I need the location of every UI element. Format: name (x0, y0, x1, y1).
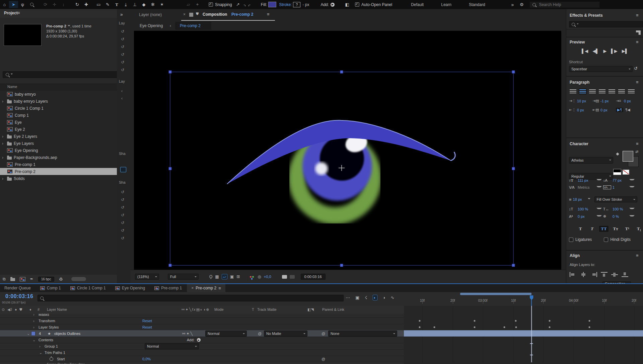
pan-behind-tool-icon[interactable]: ✚ (82, 1, 91, 8)
panel-icon[interactable]: ↺ (121, 213, 124, 217)
stroke-width-value[interactable]: - px (302, 2, 309, 7)
keyframe-dot[interactable] (474, 326, 476, 328)
panel-icon[interactable]: ↺ (121, 52, 124, 57)
no-color-swatch[interactable] (623, 170, 629, 175)
eraser-tool-icon[interactable]: ◆ (139, 1, 148, 8)
magnification-dropdown[interactable]: (118%) (135, 274, 159, 280)
scrollbar-thumb[interactable] (71, 277, 86, 281)
snap-bounds-icon[interactable]: ⌍⌌ (242, 1, 252, 8)
project-item[interactable]: › Eye (0, 119, 117, 126)
kerning-value[interactable]: Metrics (578, 185, 595, 189)
clone-stamp-tool-icon[interactable]: ⊥ (130, 1, 139, 8)
space-before-value[interactable]: -1 px (600, 99, 616, 103)
panel-icon[interactable]: ↺ (121, 197, 124, 202)
keyframe-dot[interactable] (474, 320, 476, 322)
expander-icon[interactable]: › (2, 141, 5, 146)
selection-tool-icon[interactable]: ➤ (9, 1, 18, 8)
name-column-header[interactable]: Name (7, 85, 17, 89)
panel-icon[interactable]: ↺ (121, 29, 124, 34)
project-item[interactable]: › Circle 1 Comp 1 (0, 105, 117, 112)
timeline-graph[interactable] (404, 306, 643, 362)
indent-right-value[interactable]: 0 px (577, 108, 592, 112)
timeline-search[interactable] (38, 295, 344, 301)
index-column-header[interactable]: # (38, 307, 40, 311)
font-family-dropdown[interactable]: Athelas (569, 157, 613, 164)
frame-blending-icon[interactable]: ◐ (373, 295, 377, 300)
orbit-camera-tool-icon[interactable]: ⟳ (41, 1, 50, 8)
new-folder-icon[interactable] (10, 278, 15, 281)
add-play-icon[interactable]: ▶ (331, 3, 335, 7)
expander-icon[interactable]: › (2, 155, 5, 160)
tracking-value[interactable]: 1 (613, 185, 628, 189)
character-style-button[interactable]: TT (599, 226, 609, 232)
dolly-camera-tool-icon[interactable]: ↕ (59, 1, 68, 8)
kerning-dropdown-icon[interactable] (596, 186, 602, 189)
ligatures-checkbox[interactable] (569, 238, 573, 242)
playhead-line[interactable] (531, 306, 532, 362)
motion-blur-icon[interactable]: ◑ (383, 295, 385, 300)
breadcrumb-current[interactable]: Pre-comp 2 (180, 23, 201, 28)
draft-3d-icon[interactable]: ▣ (355, 295, 359, 300)
fill-color-swatch[interactable] (623, 151, 633, 162)
project-item[interactable]: › baby emryo (0, 91, 117, 98)
align-right-edge-button[interactable] (590, 272, 597, 277)
puppet-pin-tool-icon[interactable]: ✶ (157, 1, 166, 8)
snapping-checkbox[interactable] (209, 2, 213, 7)
keyframe-dot[interactable] (549, 326, 550, 328)
mask-feather-tool-icon[interactable]: ▱ (184, 1, 193, 8)
channel-icon[interactable] (250, 276, 252, 278)
composition-canvas[interactable] (134, 31, 561, 270)
character-menu-icon[interactable] (636, 141, 639, 146)
t-column-header[interactable]: T (252, 307, 254, 311)
layer-name-column-header[interactable]: Layer Name (47, 307, 67, 311)
rotation-tool-icon[interactable]: ↻ (73, 1, 82, 8)
group1-blend-mode-dropdown[interactable]: Normal (145, 343, 199, 349)
justify-last-left-button[interactable] (598, 89, 606, 94)
viewer-menu-icon[interactable] (267, 12, 270, 17)
layer-panel-tab[interactable]: Layer (none) (139, 12, 162, 17)
graph-editor-icon[interactable]: ∿ (390, 295, 394, 300)
project-item[interactable]: › Pre-comp 1 (0, 161, 117, 168)
row-contents[interactable]: ⌄ Contents Add: ▶ (0, 337, 404, 343)
character-style-button[interactable]: T₁ (634, 226, 643, 232)
align-center-button[interactable] (579, 89, 587, 94)
tracking-dropdown-icon[interactable] (629, 186, 635, 189)
tab-menu-icon[interactable] (218, 286, 221, 291)
character-style-button[interactable]: T¹ (623, 226, 632, 232)
expander-icon[interactable]: › (2, 99, 5, 104)
fast-preview-icon[interactable]: Ϙ (209, 274, 212, 279)
align-horizontal-center-button[interactable] (580, 272, 587, 277)
panel-icon[interactable]: ↺ (121, 44, 124, 49)
close-tab-icon[interactable]: × (191, 286, 194, 290)
bit-depth-button[interactable]: 16 bpc (38, 277, 54, 282)
expander-icon[interactable]: › (2, 176, 5, 181)
parent-pickwhip-icon[interactable]: @ (322, 332, 325, 336)
align-menu-icon[interactable] (636, 253, 639, 258)
panel-icon[interactable]: ↺ (121, 190, 124, 194)
effects-presets-menu-icon[interactable] (636, 13, 639, 18)
collapse-arrow-icon[interactable]: ‹ (121, 89, 123, 93)
project-item[interactable]: › Comp 1 (0, 112, 117, 119)
active-panel-icon[interactable] (120, 167, 126, 172)
shape-tool-icon[interactable]: ▭ (94, 1, 103, 8)
type-tool-icon[interactable]: T (112, 1, 121, 8)
collapsed-shape-tab[interactable]: Sha (119, 180, 126, 184)
workspace-settings-icon[interactable]: ⚙ (517, 1, 526, 8)
effects-search[interactable] (569, 21, 643, 27)
ltr-direction-button[interactable]: ▶¶ (616, 108, 623, 112)
project-item[interactable]: › Eye 2 (0, 126, 117, 133)
rtl-direction-button[interactable]: ¶◀ (625, 108, 630, 112)
expression-pickwhip-icon[interactable]: @ (322, 357, 325, 361)
timeline-ruler[interactable]: 10f20f03:00f10f20f04:00f10f20f (404, 292, 643, 306)
project-item[interactable]: › baby emryo Layers (0, 98, 117, 105)
hide-shy-layers-icon[interactable]: ☇ (365, 295, 367, 300)
keyframe-dot[interactable] (419, 326, 421, 328)
panel-icon[interactable]: ↺ (121, 68, 124, 72)
layer-color-swatch[interactable] (31, 331, 35, 336)
panel-icon[interactable]: ↺ (121, 236, 124, 241)
space-after-value[interactable]: 0 px (600, 108, 616, 112)
pickwhip-icon[interactable]: @ (258, 332, 262, 336)
align-top-edge-button[interactable] (601, 272, 608, 277)
snap-arrow-icon[interactable]: ↗ (233, 1, 242, 8)
collapsed-layer-tab[interactable]: Lay (119, 79, 125, 83)
